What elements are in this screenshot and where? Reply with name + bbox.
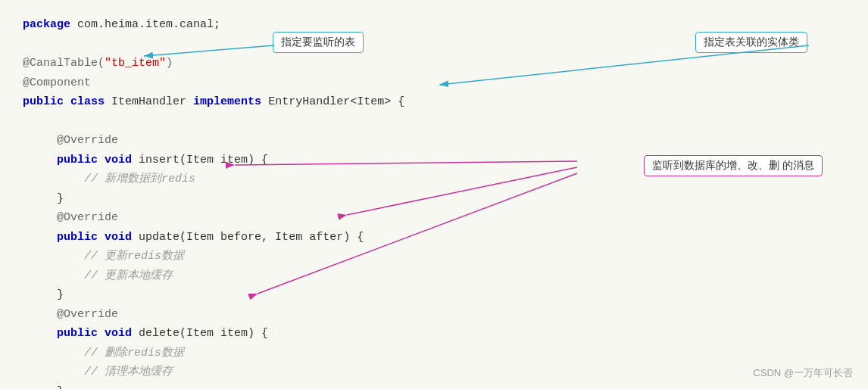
code-line-13: // 更新本地缓存 [23,266,845,286]
code-container: package com.heima.item.canal; @CanalTabl… [0,0,868,389]
indent-9 [23,288,50,301]
watermark: CSDN @一万年可长否 [753,366,853,380]
override-3: @Override [57,308,118,321]
canal-table-close: ) [166,57,173,70]
code-line-2: @CanalTable("tb_item") [23,54,845,73]
keyword-public-1: public [23,95,64,108]
callout-entity: 指定表关联的实体类 [695,32,807,53]
close-brace-2: } [57,288,64,301]
indent-6 [23,231,50,244]
code-line-19: } [23,382,845,390]
indent-13 [23,366,77,378]
component-annotation: @Component [23,76,91,89]
canal-table-string: "tb_item" [105,57,166,70]
override-1: @Override [57,134,118,147]
code-line-9: } [23,189,845,209]
indent-12 [23,347,77,359]
keyword-public-4: public [57,327,98,340]
keyword-void-2: void [105,231,132,244]
keyword-public-3: public [57,231,98,244]
code-line-14: } [23,285,845,305]
comment-update-1: // 更新redis数据 [84,250,184,263]
code-line-11: public void update(Item before, Item aft… [23,228,845,247]
code-line-16: public void delete(Item item) { [23,324,845,344]
keyword-implements: implements [193,95,261,108]
insert-method: insert(Item item) { [139,154,268,166]
code-line-17: // 删除redis数据 [23,344,845,363]
comment-delete-1: // 删除redis数据 [84,347,184,359]
code-line-empty-2 [23,112,845,132]
callout-db-label: 监听到数据库的增、改、删 的消息 [652,159,814,171]
code-line-18: // 清理本地缓存 [23,363,845,382]
keyword-package: package [23,18,70,31]
interface-text: EntryHandler<Item> { [268,95,404,108]
canal-table-annotation: @CanalTable( [23,57,105,70]
indent-3 [23,173,77,185]
indent-7 [23,250,77,263]
code-line-4: public class ItemHandler implements Entr… [23,92,845,112]
close-brace-1: } [57,192,64,205]
keyword-void-1: void [105,154,132,166]
comment-insert: // 新增数据到redis [84,173,195,185]
indent-8 [23,269,77,282]
keyword-class: class [70,95,105,108]
indent-4 [23,192,50,205]
indent-14 [23,385,50,390]
indent-2 [23,154,50,166]
callout-table-label: 指定要监听的表 [281,36,355,48]
indent-1 [23,134,50,147]
indent-5 [23,211,50,224]
class-name-text: ItemHandler [111,95,193,108]
indent-10 [23,308,50,321]
code-block: package com.heima.item.canal; @CanalTabl… [23,15,845,389]
update-method: update(Item before, Item after) { [139,231,364,244]
delete-method: delete(Item item) { [139,327,268,340]
code-line-10: @Override [23,208,845,228]
override-2: @Override [57,211,118,224]
callout-entity-label: 指定表关联的实体类 [704,36,799,48]
close-brace-3: } [57,385,64,390]
comment-update-2: // 更新本地缓存 [84,269,173,282]
code-line-3: @Component [23,73,845,93]
code-line-6: @Override [23,131,845,151]
keyword-void-3: void [105,327,132,340]
code-line-15: @Override [23,305,845,325]
package-name: com.heima.item.canal; [77,18,220,31]
code-line-12: // 更新redis数据 [23,247,845,266]
callout-table: 指定要监听的表 [273,32,364,53]
keyword-public-2: public [57,154,98,166]
indent-11 [23,327,50,340]
callout-db: 监听到数据库的增、改、删 的消息 [644,155,823,176]
comment-delete-2: // 清理本地缓存 [84,366,173,378]
